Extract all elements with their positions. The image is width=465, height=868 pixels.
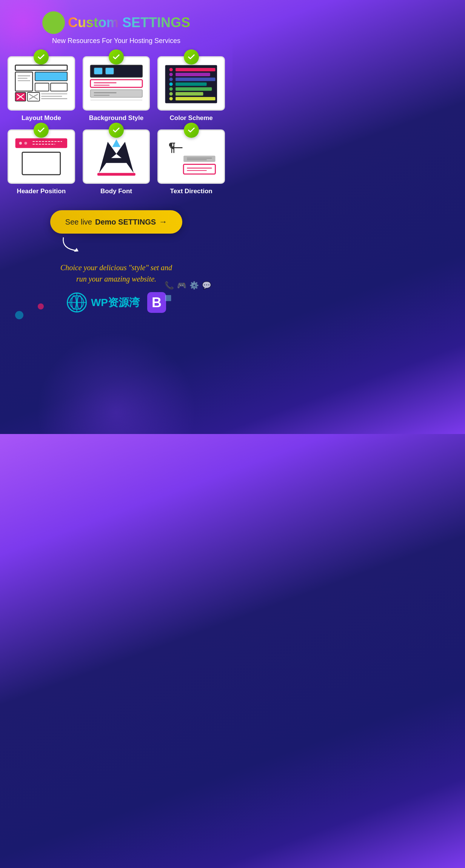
float-icon-chat: 💬 [202, 281, 211, 290]
feature-layout-mode: Layout Mode [8, 56, 75, 122]
svg-rect-59 [183, 164, 215, 174]
svg-point-30 [169, 78, 173, 81]
label-text-direction: Text Direction [170, 188, 212, 195]
svg-rect-41 [176, 97, 215, 100]
tagline-line1: Choice your delicious "style" set and [60, 263, 172, 272]
svg-point-44 [24, 142, 27, 145]
svg-rect-4 [51, 83, 67, 91]
check-badge-text-dir [184, 123, 199, 138]
svg-rect-37 [176, 78, 215, 81]
title-custom: Custom [68, 15, 119, 30]
tagline: Choice your delicious "style" set and ru… [60, 262, 172, 285]
float-icon-grid: ▦ [165, 293, 172, 302]
feature-header-position: Header Position [8, 129, 75, 195]
features-grid-row2: Header Position [8, 129, 225, 195]
label-color-scheme: Color Scheme [170, 114, 213, 122]
floating-icons-decoration: 📞 🎮 ⚙️ 💬 ▦ [165, 281, 221, 302]
check-badge-header-pos [34, 123, 49, 138]
svg-rect-23 [90, 90, 142, 97]
wp-brand-text: WP资源湾 [91, 295, 140, 310]
b-badge: B [147, 292, 166, 313]
svg-point-32 [169, 87, 173, 91]
see-demo-button[interactable]: See live Demo SETTINGS → [50, 210, 182, 234]
svg-point-31 [169, 82, 173, 86]
svg-rect-1 [15, 72, 33, 91]
svg-rect-35 [176, 68, 215, 71]
curved-arrow-decoration [60, 235, 90, 254]
footer-brand-row: WP资源湾 B [66, 292, 166, 313]
svg-rect-19 [105, 68, 114, 74]
cta-arrow-icon: → [159, 217, 167, 227]
svg-rect-52 [97, 173, 135, 175]
tagline-line2: run your amazing website. [76, 275, 156, 283]
title-settings: SETTINGS [122, 15, 190, 30]
float-icon-game: 🎮 [177, 281, 186, 290]
float-icon-phone: 📞 [165, 281, 174, 290]
check-badge-bg-style [109, 49, 124, 65]
svg-rect-2 [35, 72, 67, 81]
label-layout-mode: Layout Mode [22, 114, 61, 122]
svg-point-43 [19, 142, 22, 145]
label-background-style: Background Style [89, 114, 144, 122]
svg-rect-18 [94, 68, 102, 74]
svg-rect-3 [35, 83, 49, 91]
wordpress-logo-icon [66, 292, 87, 313]
svg-rect-50 [104, 158, 128, 163]
svg-rect-38 [176, 82, 207, 86]
svg-rect-47 [22, 152, 60, 175]
cta-demo-settings: Demo SETTINGS [95, 218, 156, 226]
check-badge-color-scheme [184, 49, 199, 65]
header-section: Custom SETTINGS New Resources For Your H… [42, 8, 190, 45]
svg-point-33 [169, 92, 173, 95]
features-grid-row1: Layout Mode [8, 56, 225, 122]
page-subtitle: New Resources For Your Hosting Services [52, 37, 180, 45]
svg-rect-36 [176, 73, 210, 76]
svg-marker-51 [112, 139, 120, 147]
svg-rect-20 [90, 80, 142, 87]
svg-rect-39 [176, 87, 212, 91]
check-badge-body-font [109, 123, 124, 138]
float-icon-gear: ⚙️ [189, 281, 199, 290]
green-circle-decoration [42, 11, 65, 34]
svg-point-29 [169, 73, 173, 76]
label-body-font: Body Font [100, 188, 132, 195]
svg-rect-56 [183, 155, 215, 162]
dot-teal-decoration [15, 311, 23, 319]
feature-background-style: Background Style [83, 56, 150, 122]
svg-rect-0 [15, 65, 68, 71]
cta-section: See live Demo SETTINGS → Choice your del… [8, 210, 225, 285]
feature-color-scheme: Color Scheme [157, 56, 225, 122]
svg-rect-42 [15, 139, 68, 148]
feature-body-font: Body Font [83, 129, 150, 195]
label-header-position: Header Position [17, 188, 66, 195]
svg-rect-40 [176, 92, 203, 95]
footer-area: 📞 🎮 ⚙️ 💬 ▦ WP资源湾 B [8, 292, 225, 313]
feature-text-direction: ¶ [157, 129, 225, 195]
svg-point-34 [169, 97, 173, 100]
dot-pink-decoration [38, 303, 44, 309]
svg-point-28 [169, 68, 173, 71]
page-title: Custom SETTINGS [68, 15, 190, 31]
check-badge-layout [34, 49, 49, 65]
cta-see-live: See live [65, 218, 92, 226]
